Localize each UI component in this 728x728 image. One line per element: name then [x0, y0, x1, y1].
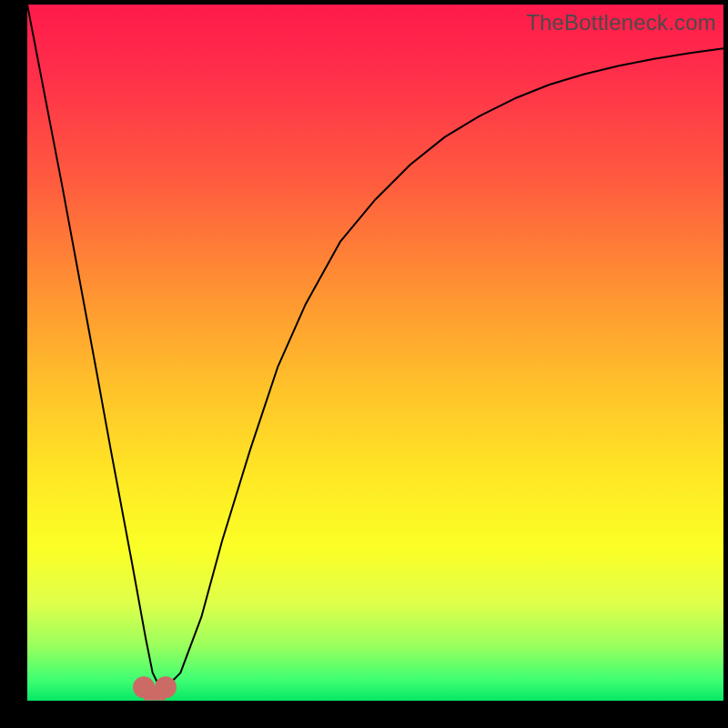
chart-frame: TheBottleneck.com [0, 0, 728, 728]
plot-area: TheBottleneck.com [27, 5, 723, 701]
chart-svg [27, 5, 723, 701]
valley-marker [133, 676, 177, 700]
svg-rect-2 [144, 687, 166, 700]
curve-group [27, 5, 723, 687]
bottleneck-curve [27, 5, 723, 687]
